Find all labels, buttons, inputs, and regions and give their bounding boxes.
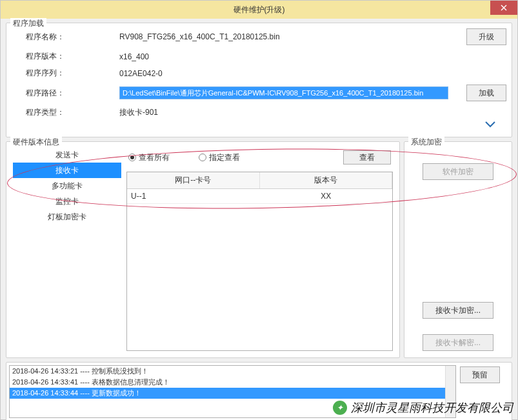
program-name-label: 程序名称： <box>26 32 119 43</box>
th-version: 版本号 <box>260 172 393 188</box>
close-icon <box>501 5 507 11</box>
hw-version-group: 硬件版本信息 发送卡 接收卡 多功能卡 监控卡 灯板加密卡 查看所有 <box>6 141 400 358</box>
log-group: 2018-04-26 14:33:21 ---- 控制系统没找到！ 2018-0… <box>6 362 512 420</box>
table-row[interactable]: U--1 XX <box>127 189 392 204</box>
program-name-value: RV908_FTG256_x16_400C_T1_20180125.bin <box>119 32 448 41</box>
program-version-label: 程序版本： <box>26 51 119 62</box>
scrollbar[interactable] <box>445 366 455 417</box>
load-button[interactable]: 加载 <box>466 85 506 101</box>
version-table: 网口--卡号 版本号 U--1 XX <box>126 172 393 351</box>
log-list[interactable]: 2018-04-26 14:33:21 ---- 控制系统没找到！ 2018-0… <box>9 365 456 418</box>
system-encrypt-legend: 系统加密 <box>408 137 444 148</box>
th-port: 网口--卡号 <box>127 172 260 188</box>
program-load-group: 程序加载 程序名称： RV908_FTG256_x16_400C_T1_2018… <box>6 23 512 137</box>
title-bar: 硬件维护(升级) <box>1 1 517 19</box>
software-encrypt-button[interactable]: 软件加密 <box>423 163 493 180</box>
radio-view-all-label: 查看所有 <box>139 152 170 163</box>
program-seq-value: 012AE042-0 <box>119 69 448 78</box>
program-path-label: 程序路径： <box>26 88 119 99</box>
program-type-value: 接收卡-901 <box>119 107 448 118</box>
mid-row: 硬件版本信息 发送卡 接收卡 多功能卡 监控卡 灯板加密卡 查看所有 <box>6 141 512 362</box>
hw-version-legend: 硬件版本信息 <box>10 137 62 148</box>
window-body: 程序加载 程序名称： RV908_FTG256_x16_400C_T1_2018… <box>1 19 517 419</box>
rx-encrypt-button[interactable]: 接收卡加密... <box>423 302 493 319</box>
tab-monitor-card[interactable]: 监控卡 <box>13 194 121 209</box>
program-version-value: x16_400 <box>119 52 448 61</box>
card-tab-list: 发送卡 接收卡 多功能卡 监控卡 灯板加密卡 <box>13 147 121 351</box>
radio-dot-icon <box>199 154 206 161</box>
close-button[interactable] <box>490 1 517 15</box>
expand-toggle[interactable] <box>484 119 497 130</box>
log-line[interactable]: 2018-04-26 14:33:44 ---- 更新数据成功！ <box>10 388 455 399</box>
program-type-label: 程序类型： <box>26 107 119 118</box>
tab-receiver-card[interactable]: 接收卡 <box>13 163 121 178</box>
tab-led-enc-card[interactable]: 灯板加密卡 <box>13 209 121 225</box>
log-line[interactable]: 2018-04-26 14:33:41 ---- 表格数据信息清理完成！ <box>10 377 455 388</box>
td-port: U--1 <box>127 189 260 203</box>
program-load-legend: 程序加载 <box>10 18 46 29</box>
window-title: 硬件维护(升级) <box>234 5 285 15</box>
tab-sender-card[interactable]: 发送卡 <box>13 147 121 163</box>
view-mode-row: 查看所有 指定查看 查看 <box>126 147 393 168</box>
radio-view-all[interactable]: 查看所有 <box>128 152 170 163</box>
main-window: 硬件维护(升级) 程序加载 程序名称： RV908_FTG256_x16_400… <box>0 0 518 420</box>
program-path-input[interactable]: D:\LedSet\BinFile\通用芯片General-IC&PWM-IC\… <box>119 86 448 99</box>
system-encrypt-group: 系统加密 软件加密 接收卡加密... 接收卡解密... <box>404 141 512 358</box>
radio-dot-icon <box>128 154 136 161</box>
td-version: XX <box>260 189 393 203</box>
log-line[interactable]: 2018-04-26 14:33:21 ---- 控制系统没找到！ <box>10 366 455 377</box>
rx-decrypt-button[interactable]: 接收卡解密... <box>423 334 493 351</box>
tab-multifunc-card[interactable]: 多功能卡 <box>13 178 121 194</box>
radio-view-select[interactable]: 指定查看 <box>199 152 240 163</box>
chevron-down-icon <box>484 119 497 128</box>
program-seq-label: 程序序列： <box>26 68 119 79</box>
upgrade-button[interactable]: 升级 <box>466 28 506 45</box>
program-load-grid: 程序名称： RV908_FTG256_x16_400C_T1_20180125.… <box>13 28 505 118</box>
view-button[interactable]: 查看 <box>343 150 391 165</box>
radio-view-select-label: 指定查看 <box>209 152 240 163</box>
reserve-button[interactable]: 预留 <box>460 366 500 383</box>
